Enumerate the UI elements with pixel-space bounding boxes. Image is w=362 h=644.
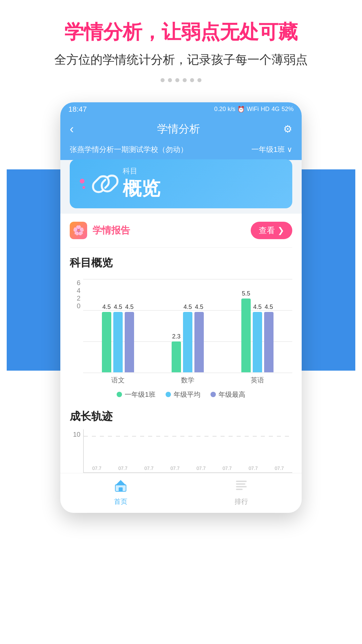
- bar-yingyu-green: 5.5: [241, 290, 251, 372]
- legend-class: 一年级1班: [117, 390, 155, 399]
- signal-4g-icon: 4G: [272, 106, 280, 113]
- dot-2: [168, 78, 172, 82]
- wifi-icon: WiFi: [247, 106, 259, 113]
- bars-row: 4.5 4.5 4.5: [83, 279, 292, 373]
- legend-label-avg: 年级平均: [174, 390, 200, 399]
- promo-title: 学情分析，让弱点无处可藏: [13, 20, 349, 44]
- chain-link-icon: [92, 170, 119, 197]
- legend-dot-top: [210, 392, 216, 397]
- growth-chart-area: 10 07.7 07.7 07.7 07.7 07.7 07.7 07.7 07…: [70, 429, 292, 473]
- subject-small-label: 科目: [123, 166, 160, 176]
- bar-yingyu-purple: 4.5: [264, 304, 274, 372]
- alarm-icon: ⏰: [237, 106, 245, 113]
- promo-subtitle: 全方位的学情统计分析，记录孩子每一个薄弱点: [13, 52, 349, 68]
- legend-top: 年级最高: [210, 390, 245, 399]
- y-label-4: 4: [77, 287, 80, 294]
- promo-section: 学情分析，让弱点无处可藏 全方位的学情统计分析，记录孩子每一个薄弱点: [0, 0, 362, 102]
- bar-shuxue-purple: 4.5: [194, 304, 204, 372]
- bar-group-yingyu: 5.5 4.5 4.5: [223, 290, 292, 372]
- battery-icon: 52%: [282, 106, 294, 113]
- report-icon: 🌸: [70, 222, 87, 239]
- report-title: 学情报告: [93, 224, 130, 237]
- nav-item-rank[interactable]: 排行: [181, 479, 302, 506]
- growth-section: 成长轨迹 10 07.7 07.7 07.7 07.7 07.7 07.7 07…: [60, 409, 302, 473]
- back-button[interactable]: ‹: [70, 122, 74, 136]
- legend-dot-avg: [166, 392, 171, 397]
- pink-dot-large: [80, 179, 84, 183]
- bar-group-shuxue: 2.3 4.5 4.5: [153, 304, 223, 372]
- bar-yuwen-green: 4.5: [102, 304, 111, 372]
- subject-label-area: 科目 概览: [123, 166, 160, 202]
- dot-1: [161, 78, 165, 82]
- x-label-yingyu: 英语: [223, 373, 292, 385]
- status-time: 18:47: [68, 105, 87, 114]
- bottom-nav: 首页 排行: [60, 473, 302, 513]
- subject-card[interactable]: 科目 概览: [70, 159, 292, 208]
- svg-rect-6: [236, 489, 243, 490]
- school-row: 张燕学情分析一期测试学校（勿动） 一年级1班 ∨: [60, 142, 302, 160]
- dots-row: [13, 78, 349, 82]
- view-report-button[interactable]: 查看 ❯: [251, 222, 292, 239]
- class-badge[interactable]: 一年级1班 ∨: [251, 145, 292, 155]
- legend-label-top: 年级最高: [219, 390, 245, 399]
- svg-rect-5: [236, 486, 247, 487]
- gear-icon[interactable]: ⚙: [283, 123, 292, 135]
- home-label: 首页: [114, 497, 127, 506]
- bar-shuxue-green: 2.3: [172, 333, 181, 372]
- view-icon: ❯: [278, 226, 284, 235]
- dot-4: [183, 78, 187, 82]
- legend-dot-class: [117, 392, 122, 397]
- nav-title: 学情分析: [157, 122, 200, 137]
- bar-yuwen-lightblue: 4.5: [113, 304, 123, 372]
- legend-avg: 年级平均: [166, 390, 200, 399]
- rank-label: 排行: [235, 497, 248, 506]
- subject-overview-section: 科目概览 6 4 2 0: [70, 248, 292, 409]
- svg-rect-4: [236, 483, 245, 485]
- growth-line: [84, 436, 292, 436]
- report-left: 🌸 学情报告: [70, 222, 130, 239]
- view-label: 查看: [259, 225, 275, 236]
- chart-legend: 一年级1班 年级平均 年级最高: [70, 385, 292, 402]
- status-bar: 18:47 0.20 k/s ⏰ WiFi HD 4G 52%: [60, 102, 302, 116]
- home-icon: [114, 479, 127, 495]
- bar-chart: 6 4 2 0: [70, 276, 292, 409]
- school-name: 张燕学情分析一期测试学校（勿动）: [70, 145, 188, 155]
- dropdown-icon: ∨: [287, 145, 292, 154]
- growth-chart: 07.7 07.7 07.7 07.7 07.7 07.7 07.7 07.7: [83, 429, 292, 473]
- class-label: 一年级1班: [251, 145, 285, 155]
- status-icons: 0.20 k/s ⏰ WiFi HD 4G 52%: [214, 106, 294, 113]
- dot-3: [175, 78, 179, 82]
- svg-rect-2: [119, 487, 123, 491]
- phone-wrapper: 18:47 0.20 k/s ⏰ WiFi HD 4G 52% ‹ 学情分析 ⚙…: [60, 102, 302, 513]
- bar-shuxue-lightblue: 4.5: [183, 304, 192, 372]
- bars-container: 4.5 4.5 4.5: [83, 279, 292, 385]
- x-label-shuxue: 数学: [153, 373, 223, 385]
- dot-5: [190, 78, 194, 82]
- x-axis-labels: 语文 数学 英语: [83, 373, 292, 385]
- pink-dot-small: [82, 186, 85, 189]
- legend-label-class: 一年级1班: [125, 390, 155, 399]
- y-label-0: 0: [77, 302, 80, 310]
- nav-item-home[interactable]: 首页: [60, 479, 181, 506]
- y-axis-labels: 6 4 2 0: [70, 279, 83, 323]
- svg-marker-1: [115, 480, 126, 485]
- nav-bar: ‹ 学情分析 ⚙: [60, 116, 302, 142]
- content-area: 🌸 学情报告 查看 ❯ 科目概览 6 4: [60, 214, 302, 409]
- bar-group-yuwen: 4.5 4.5 4.5: [83, 304, 153, 372]
- hd-icon: HD: [261, 106, 269, 113]
- growth-y-label: 10: [70, 429, 83, 438]
- svg-rect-3: [236, 481, 247, 482]
- dot-6: [197, 78, 201, 82]
- growth-title: 成长轨迹: [70, 409, 292, 424]
- bar-yingyu-lightblue: 4.5: [253, 304, 262, 372]
- y-label-6: 6: [77, 279, 80, 287]
- growth-x-labels: 07.7 07.7 07.7 07.7 07.7 07.7 07.7 07.7: [84, 466, 292, 471]
- y-label-2: 2: [77, 294, 80, 302]
- decorative-dots: [80, 179, 85, 189]
- x-label-yuwen: 语文: [83, 373, 153, 385]
- bar-yuwen-purple: 4.5: [125, 304, 134, 372]
- report-row: 🌸 学情报告 查看 ❯: [70, 214, 292, 248]
- network-icon: 0.20 k/s: [214, 106, 235, 113]
- subject-big-label: 概览: [123, 176, 160, 202]
- phone-frame: 18:47 0.20 k/s ⏰ WiFi HD 4G 52% ‹ 学情分析 ⚙…: [60, 102, 302, 513]
